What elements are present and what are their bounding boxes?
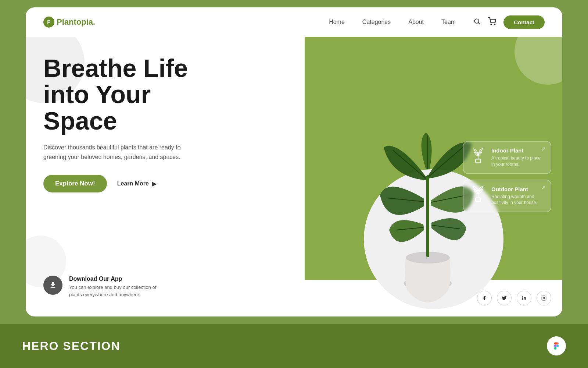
hero-content: Breathe Life into Your Space Discover th… xyxy=(43,48,287,192)
plant-cards: Indoor Plant A tropical beauty to place … xyxy=(463,141,551,212)
hero-buttons: Explore Now! Learn More ▶ xyxy=(43,175,287,192)
outdoor-plant-card[interactable]: Outdoor Plant Radiating warmth and posit… xyxy=(463,180,551,212)
figma-icon xyxy=(547,336,566,355)
logo[interactable]: P Plantopia. xyxy=(43,17,95,28)
arrow-icon: ▶ xyxy=(152,180,156,187)
main-card: P Plantopia. Home Categories About Team xyxy=(26,7,562,316)
contact-button[interactable]: Contact xyxy=(503,15,545,29)
hero-section: Breathe Life into Your Space Discover th… xyxy=(26,37,562,316)
svg-line-1 xyxy=(478,22,480,24)
linkedin-button[interactable] xyxy=(517,291,531,305)
outdoor-plant-text: Outdoor Plant Radiating warmth and posit… xyxy=(491,186,544,206)
indoor-plant-card[interactable]: Indoor Plant A tropical beauty to place … xyxy=(463,141,551,174)
search-button[interactable] xyxy=(473,18,481,27)
facebook-button[interactable] xyxy=(477,291,492,305)
nav-team[interactable]: Team xyxy=(441,19,456,25)
nav-categories[interactable]: Categories xyxy=(362,19,391,25)
hero-title: Breathe Life into Your Space xyxy=(43,55,287,134)
navbar: P Plantopia. Home Categories About Team xyxy=(26,7,562,37)
learn-more-button[interactable]: Learn More ▶ xyxy=(117,180,156,187)
svg-point-3 xyxy=(495,24,495,25)
bottom-bar-title: HERO SECTION xyxy=(22,339,121,353)
download-desc: You can explore and buy our collection o… xyxy=(69,284,165,298)
nav-home[interactable]: Home xyxy=(329,19,345,25)
indoor-plant-icon xyxy=(470,147,486,163)
logo-text: Plantopia. xyxy=(57,17,95,27)
indoor-plant-desc: A tropical beauty to place in your rooms… xyxy=(491,155,544,167)
nav-links: Home Categories About Team xyxy=(329,19,456,25)
outdoor-card-arrow-icon: ↗ xyxy=(541,184,546,190)
hero-bottom: Download Our App You can explore and buy… xyxy=(43,276,287,302)
outdoor-plant-icon xyxy=(470,186,486,202)
outdoor-plant-title: Outdoor Plant xyxy=(491,186,544,192)
cart-button[interactable] xyxy=(488,17,496,27)
indoor-plant-text: Indoor Plant A tropical beauty to place … xyxy=(491,147,544,167)
hero-right: Indoor Plant A tropical beauty to place … xyxy=(305,37,562,316)
svg-rect-16 xyxy=(476,198,481,201)
logo-icon: P xyxy=(43,17,54,28)
download-text: Download Our App You can explore and buy… xyxy=(69,276,165,298)
twitter-button[interactable] xyxy=(497,291,512,305)
svg-point-18 xyxy=(522,296,523,297)
hero-left: Breathe Life into Your Space Discover th… xyxy=(26,37,305,316)
indoor-card-arrow-icon: ↗ xyxy=(541,146,546,152)
instagram-button[interactable] xyxy=(537,291,551,305)
download-icon xyxy=(43,276,62,295)
svg-rect-14 xyxy=(476,159,481,163)
download-title: Download Our App xyxy=(69,276,165,282)
explore-button[interactable]: Explore Now! xyxy=(43,175,107,192)
svg-point-2 xyxy=(491,24,491,25)
outdoor-plant-desc: Radiating warmth and positivity in your … xyxy=(491,194,544,206)
svg-rect-19 xyxy=(542,296,546,300)
indoor-plant-title: Indoor Plant xyxy=(491,147,544,153)
nav-about[interactable]: About xyxy=(408,19,424,25)
hero-subtitle: Discover thousands beautiful plants that… xyxy=(43,143,183,162)
social-icons xyxy=(477,291,551,305)
nav-icons xyxy=(473,17,496,27)
bottom-bar: HERO SECTION xyxy=(0,324,588,368)
